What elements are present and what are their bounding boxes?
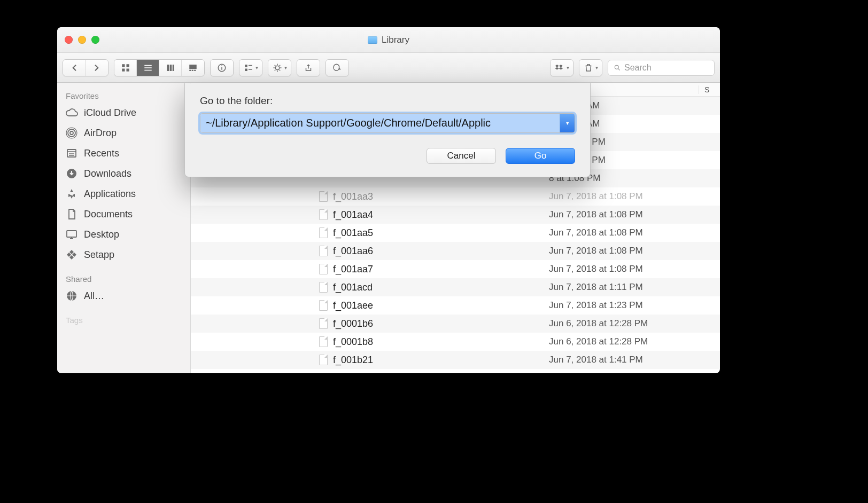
- file-name: f_001aee: [333, 300, 373, 311]
- table-row[interactable]: f_001b21Jun 7, 2018 at 1:41 PM: [191, 351, 720, 369]
- sidebar-item-airdrop[interactable]: AirDrop: [57, 123, 190, 143]
- svg-rect-9: [172, 65, 174, 71]
- titlebar: Library: [57, 27, 720, 53]
- file-icon: [319, 264, 328, 274]
- file-date: Jun 7, 2018 at 1:08 PM: [549, 264, 699, 274]
- svg-rect-7: [167, 65, 169, 71]
- table-row[interactable]: f_001aa3Jun 7, 2018 at 1:08 PM: [191, 187, 720, 206]
- action-menu-button[interactable]: ▾: [268, 60, 291, 76]
- file-name: f_001b21: [333, 355, 373, 366]
- path-dropdown-button[interactable]: ▾: [560, 114, 575, 132]
- table-row[interactable]: f_001aa4Jun 7, 2018 at 1:08 PM: [191, 206, 720, 224]
- file-date: Jun 7, 2018 at 1:08 PM: [549, 191, 699, 202]
- file-name: f_001acd: [333, 282, 373, 293]
- file-icon: [319, 246, 328, 256]
- file-name: f_0001b8: [333, 336, 373, 348]
- forward-button[interactable]: [86, 60, 108, 76]
- view-switcher: [114, 59, 205, 76]
- file-date: Jun 7, 2018 at 1:08 PM: [549, 246, 699, 256]
- table-row[interactable]: f_001aeeJun 7, 2018 at 1:23 PM: [191, 296, 720, 315]
- file-name: f_001aa6: [333, 246, 373, 257]
- sidebar-tags-header: Tags: [57, 311, 190, 327]
- window-title: Library: [382, 35, 409, 45]
- file-icon: [319, 227, 328, 238]
- setapp-icon: [65, 248, 79, 262]
- table-row[interactable]: f_001aa5Jun 7, 2018 at 1:08 PM: [191, 224, 720, 242]
- svg-rect-19: [249, 65, 252, 66]
- folder-icon: [368, 36, 377, 44]
- table-row[interactable]: f_001acdJun 7, 2018 at 1:11 PM: [191, 278, 720, 296]
- svg-rect-1: [126, 64, 129, 67]
- svg-rect-10: [189, 65, 197, 69]
- search-field[interactable]: Search: [608, 60, 715, 76]
- svg-rect-20: [249, 69, 252, 70]
- sidebar-item-applications[interactable]: Applications: [57, 184, 190, 204]
- column-view-button[interactable]: [159, 60, 182, 76]
- sidebar-item-desktop[interactable]: Desktop: [57, 224, 190, 245]
- sidebar-item-label: Setapp: [84, 249, 114, 261]
- file-date: Jun 7, 2018 at 1:41 PM: [549, 355, 699, 365]
- file-icon: [319, 300, 328, 311]
- dropbox-button[interactable]: ▾: [551, 60, 573, 76]
- chevron-down-icon: ▾: [566, 120, 569, 127]
- table-row[interactable]: f_0001b8Jun 6, 2018 at 12:28 PM: [191, 333, 720, 351]
- back-button[interactable]: [63, 60, 86, 76]
- sidebar-item-network-all[interactable]: All…: [57, 286, 190, 306]
- go-to-folder-sheet: Go to the folder: ▾ Cancel Go: [184, 83, 591, 177]
- svg-rect-17: [245, 65, 247, 67]
- file-date: Jun 7, 2018 at 1:11 PM: [549, 282, 699, 293]
- table-row[interactable]: f_001aa7Jun 7, 2018 at 1:08 PM: [191, 260, 720, 278]
- file-name: f_001aa7: [333, 264, 373, 275]
- svg-rect-3: [126, 68, 129, 71]
- file-icon: [319, 318, 328, 329]
- sidebar-item-documents[interactable]: Documents: [57, 204, 190, 224]
- search-icon: [614, 64, 621, 72]
- go-button[interactable]: Go: [506, 148, 575, 164]
- file-date: Jun 6, 2018 at 12:28 PM: [549, 318, 699, 329]
- table-row[interactable]: f_0001b6Jun 6, 2018 at 12:28 PM: [191, 315, 720, 333]
- svg-rect-16: [221, 65, 222, 66]
- svg-rect-2: [122, 68, 125, 71]
- icon-view-button[interactable]: [114, 60, 137, 76]
- sidebar-item-downloads[interactable]: Downloads: [57, 163, 190, 184]
- sidebar-item-label: Applications: [84, 188, 136, 200]
- file-icon: [319, 191, 328, 202]
- close-window-button[interactable]: [65, 36, 73, 44]
- svg-rect-11: [189, 69, 191, 70]
- zoom-window-button[interactable]: [91, 36, 99, 44]
- sidebar-item-recents[interactable]: Recents: [57, 143, 190, 163]
- path-input[interactable]: [200, 114, 560, 132]
- file-name: f_001aa4: [333, 209, 373, 221]
- cancel-button[interactable]: Cancel: [427, 148, 496, 164]
- sheet-label: Go to the folder:: [200, 95, 575, 107]
- tags-button[interactable]: [326, 60, 348, 76]
- svg-rect-12: [192, 69, 193, 70]
- minimize-window-button[interactable]: [78, 36, 86, 44]
- sidebar-item-label: Desktop: [84, 229, 119, 240]
- share-button[interactable]: [297, 60, 320, 76]
- sidebar-item-label: AirDrop: [84, 128, 117, 139]
- svg-point-23: [70, 131, 73, 135]
- table-row[interactable]: f_001aa6Jun 7, 2018 at 1:08 PM: [191, 242, 720, 260]
- svg-rect-4: [144, 65, 152, 66]
- file-icon: [319, 336, 328, 347]
- svg-rect-5: [144, 67, 152, 68]
- svg-rect-13: [194, 69, 196, 70]
- sidebar-favorites-header: Favorites: [57, 87, 190, 103]
- sidebar-item-setapp[interactable]: Setapp: [57, 245, 190, 265]
- svg-rect-26: [67, 150, 76, 157]
- list-view-button[interactable]: [137, 60, 159, 76]
- svg-rect-15: [221, 67, 222, 69]
- sidebar-item-icloud[interactable]: iCloud Drive: [57, 103, 190, 123]
- trash-dropdown-button[interactable]: ▾: [579, 60, 602, 76]
- file-date: Jun 7, 2018 at 1:08 PM: [549, 209, 699, 220]
- sidebar-item-label: Recents: [84, 148, 119, 159]
- info-button[interactable]: [211, 60, 233, 76]
- file-icon: [319, 209, 328, 220]
- sidebar: Favorites iCloud Drive AirDrop Recents D…: [57, 83, 191, 373]
- file-icon: [319, 282, 328, 293]
- group-by-button[interactable]: ▾: [239, 60, 262, 76]
- documents-icon: [65, 207, 79, 221]
- gallery-view-button[interactable]: [182, 60, 204, 76]
- column-size[interactable]: S: [699, 85, 720, 94]
